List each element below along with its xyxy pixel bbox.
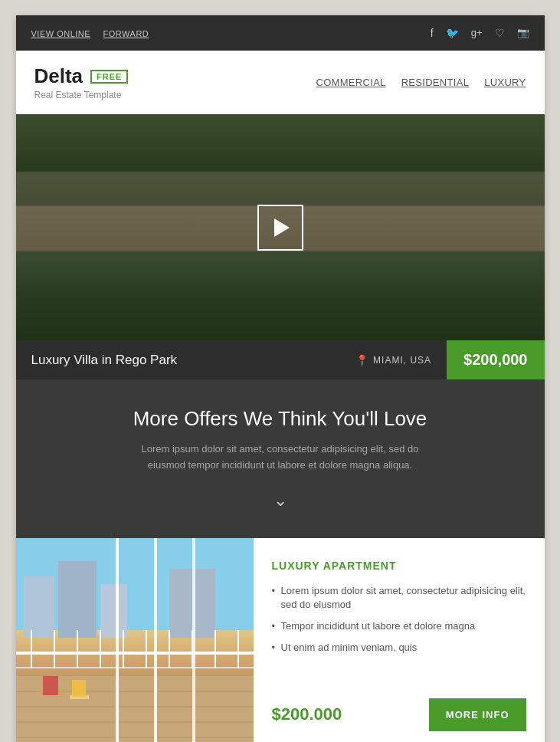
svg-rect-26	[43, 676, 58, 695]
property-bullets: Lorem ipsum dolor sit amet, consectetur …	[272, 584, 526, 663]
property-card: LUXURY APARTMENT Lorem ipsum dolor sit a…	[16, 538, 545, 742]
chevron-down-icon: ⌄	[39, 491, 522, 511]
bullet-1: Lorem ipsum dolor sit amet, consectetur …	[272, 584, 526, 612]
top-bar: VIEW ONLINE FORWARD f 🐦 g+ ♡ 📷	[16, 15, 545, 51]
more-info-button[interactable]: MORE INFO	[429, 698, 526, 731]
svg-rect-11	[16, 667, 254, 668]
nav-luxury[interactable]: LUXURY	[484, 77, 526, 88]
property-title: Luxury Villa in Rego Park	[31, 353, 178, 368]
nav-residential[interactable]: RESIDENTIAL	[401, 77, 470, 88]
pinterest-icon[interactable]: ♡	[495, 27, 505, 39]
gplus-icon[interactable]: g+	[471, 27, 483, 39]
nav-commercial[interactable]: COMMERCIAL	[316, 77, 386, 88]
hero-section	[16, 114, 545, 340]
view-online-link[interactable]: VIEW ONLINE	[31, 29, 91, 38]
svg-rect-28	[72, 680, 86, 697]
social-icons: f 🐦 g+ ♡ 📷	[431, 27, 529, 39]
logo-area: Delta FREE Real Estate Template	[34, 64, 129, 100]
instagram-icon[interactable]: 📷	[517, 27, 529, 39]
hero-location: 📍 MIAMI, USA	[355, 354, 431, 366]
play-button[interactable]	[257, 205, 303, 251]
twitter-icon[interactable]: 🐦	[446, 27, 459, 39]
property-price: $200.000	[272, 704, 342, 724]
property-details: LUXURY APARTMENT Lorem ipsum dolor sit a…	[254, 538, 545, 742]
hero-bottom: Luxury Villa in Rego Park 📍 MIAMI, USA $…	[16, 340, 545, 379]
logo-title: Delta FREE	[34, 64, 129, 88]
location-text: MIAMI, USA	[373, 355, 431, 366]
logo-subtitle: Real Estate Template	[34, 90, 129, 100]
main-nav: COMMERCIAL RESIDENTIAL LUXURY	[316, 77, 526, 88]
forward-link[interactable]: FORWARD	[103, 29, 149, 38]
svg-rect-24	[192, 538, 195, 742]
svg-rect-3	[100, 584, 127, 638]
svg-rect-23	[154, 538, 157, 742]
svg-rect-22	[116, 538, 119, 742]
email-container: VIEW ONLINE FORWARD f 🐦 g+ ♡ 📷 Delta FRE…	[16, 15, 545, 742]
free-badge: FREE	[90, 70, 128, 84]
logo-text: Delta	[34, 64, 84, 88]
offers-title: More Offers We Think You'll Love	[39, 407, 522, 431]
property-type: LUXURY APARTMENT	[272, 560, 526, 572]
hero-price: $200,000	[447, 340, 544, 379]
offers-description: Lorem ipsum dolor sit amet, consectetur …	[127, 442, 434, 474]
svg-rect-2	[58, 561, 97, 638]
header: Delta FREE Real Estate Template COMMERCI…	[16, 51, 545, 114]
svg-rect-10	[16, 652, 254, 655]
bullet-3: Ut enim ad minim veniam, quis	[272, 641, 526, 655]
facebook-icon[interactable]: f	[431, 27, 434, 39]
property-image	[16, 538, 254, 742]
location-pin-icon: 📍	[355, 354, 368, 366]
svg-rect-1	[24, 576, 54, 638]
property-footer: $200.000 MORE INFO	[272, 688, 526, 731]
bullet-2: Tempor incididunt ut labore et dolore ma…	[272, 619, 526, 633]
play-icon	[274, 218, 290, 237]
offers-section: More Offers We Think You'll Love Lorem i…	[16, 379, 545, 538]
hero-label-area: Luxury Villa in Rego Park 📍 MIAMI, USA	[16, 340, 447, 379]
apartment-image	[16, 538, 254, 742]
top-bar-links: VIEW ONLINE FORWARD	[31, 26, 159, 40]
